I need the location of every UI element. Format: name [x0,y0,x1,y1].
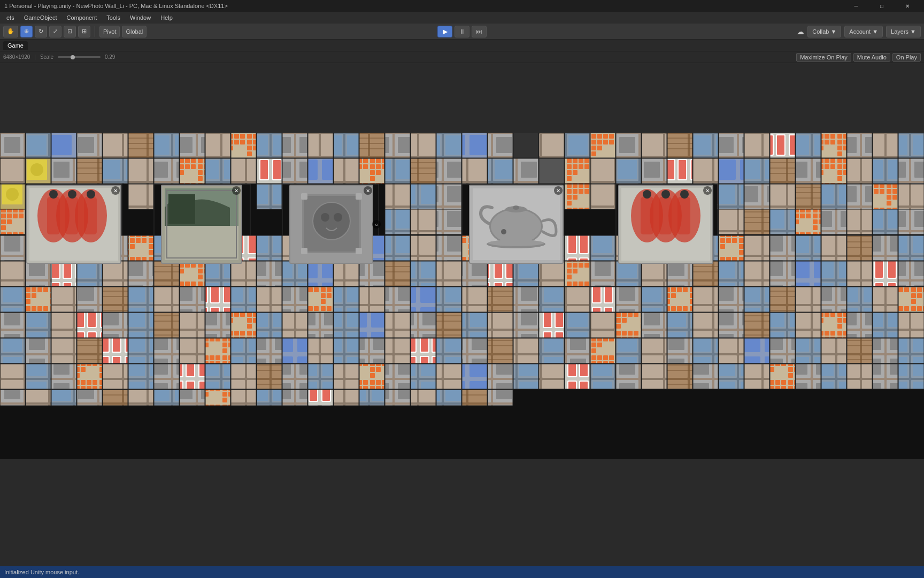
svg-rect-147 [0,235,25,261]
collab-button[interactable]: Collab ▼ [807,26,841,37]
svg-rect-88 [436,158,461,184]
global-button[interactable]: Global [122,26,147,37]
svg-rect-306 [385,338,410,363]
svg-rect-339 [308,364,333,389]
tool-rect[interactable]: ⊡ [64,26,76,37]
svg-rect-270 [385,313,410,338]
svg-rect-298 [180,338,205,363]
cloud-icon: ☁ [797,27,804,36]
svg-rect-127 [719,184,744,209]
svg-rect-294 [77,338,102,363]
svg-rect-56 [539,133,564,158]
svg-rect-382 [488,390,513,406]
svg-rect-103 [821,158,846,184]
svg-rect-35 [0,133,25,158]
svg-text:✕: ✕ [366,188,370,194]
svg-rect-137 [411,209,436,234]
svg-rect-38 [77,133,102,158]
featured-card-2[interactable]: ✕ [161,185,242,263]
svg-rect-133 [873,184,898,209]
svg-rect-410 [356,193,362,200]
svg-rect-297 [154,338,179,363]
tool-rotate[interactable]: ↻ [35,26,47,37]
svg-rect-232 [334,287,359,312]
tool-hand[interactable]: ✋ [3,26,18,37]
svg-rect-336 [231,364,256,389]
svg-point-422 [513,206,519,210]
svg-rect-340 [334,364,359,389]
tool-transform[interactable]: ⊞ [78,26,90,37]
svg-rect-331 [103,364,128,389]
svg-rect-65 [770,133,795,158]
svg-rect-185 [51,261,76,286]
minimize-button[interactable]: ─ [844,0,868,12]
svg-rect-71 [0,158,25,184]
menu-item-window[interactable]: Window [126,13,155,22]
svg-rect-45 [257,133,282,158]
svg-rect-433 [641,197,653,234]
featured-card-3[interactable]: ○ ✕ [290,185,381,263]
svg-rect-209 [667,261,692,286]
svg-rect-277 [565,313,590,338]
maximize-on-play-button[interactable]: Maximize On Play [796,53,851,62]
svg-rect-199 [411,261,436,286]
svg-rect-110 [128,184,153,209]
svg-rect-188 [128,261,153,286]
separator-1 [95,26,95,37]
mosaic-row-1 [0,133,924,158]
featured-card-4[interactable]: ✕ [469,185,563,263]
maximize-button[interactable]: □ [869,0,894,12]
svg-rect-362 [898,364,924,389]
svg-rect-215 [821,261,846,286]
layers-button[interactable]: Layers ▼ [886,26,921,37]
svg-point-424 [488,240,544,246]
svg-rect-237 [462,287,487,312]
play-button[interactable]: ▶ [437,26,452,37]
svg-rect-279 [616,313,641,338]
menu-item-gameobject[interactable]: GameObject [20,13,61,22]
svg-rect-94 [590,158,615,184]
svg-rect-134 [898,184,924,209]
svg-rect-338 [282,364,307,389]
menu-item-help[interactable]: Help [156,13,177,22]
mosaic-row-10 [0,390,513,406]
svg-rect-303 [308,338,333,363]
svg-rect-335 [205,364,230,389]
svg-rect-145 [873,209,898,234]
svg-rect-350 [590,364,615,389]
svg-rect-85 [359,158,384,184]
svg-rect-257 [51,313,76,338]
tool-scale[interactable]: ⤢ [49,26,61,37]
svg-rect-347 [513,364,538,389]
account-button[interactable]: Account ▼ [844,26,883,37]
svg-rect-377 [359,390,384,406]
menu-item-component[interactable]: Component [62,13,101,22]
svg-point-436 [661,190,670,199]
svg-rect-349 [565,364,590,389]
svg-rect-72 [26,158,51,184]
svg-rect-249 [770,287,795,312]
close-button[interactable]: ✕ [895,0,920,12]
menu-item-tools[interactable]: Tools [102,13,125,22]
svg-text:○: ○ [375,222,378,227]
scale-slider[interactable] [58,56,101,58]
svg-rect-304 [334,338,359,363]
svg-rect-381 [462,390,487,406]
mosaic-row-7 [0,313,924,338]
featured-card-1[interactable]: ✕ [27,185,121,263]
game-tab[interactable]: Game [3,41,28,50]
svg-rect-226 [180,287,205,312]
svg-rect-198 [385,261,410,286]
svg-rect-329 [51,364,76,389]
menu-item-ets[interactable]: ets [2,13,19,22]
pause-button[interactable]: ⏸ [455,26,469,37]
featured-card-5[interactable]: ✕ [619,185,713,263]
svg-rect-261 [154,313,179,338]
mute-audio-button[interactable]: Mute Audio [853,53,890,62]
svg-rect-366 [77,390,102,406]
step-button[interactable]: ⏭ [472,26,487,37]
svg-rect-62 [693,133,718,158]
pivot-button[interactable]: Pivot [99,26,120,37]
tool-move[interactable]: ⊕ [20,26,33,37]
on-play-button[interactable]: On Play [892,53,921,62]
